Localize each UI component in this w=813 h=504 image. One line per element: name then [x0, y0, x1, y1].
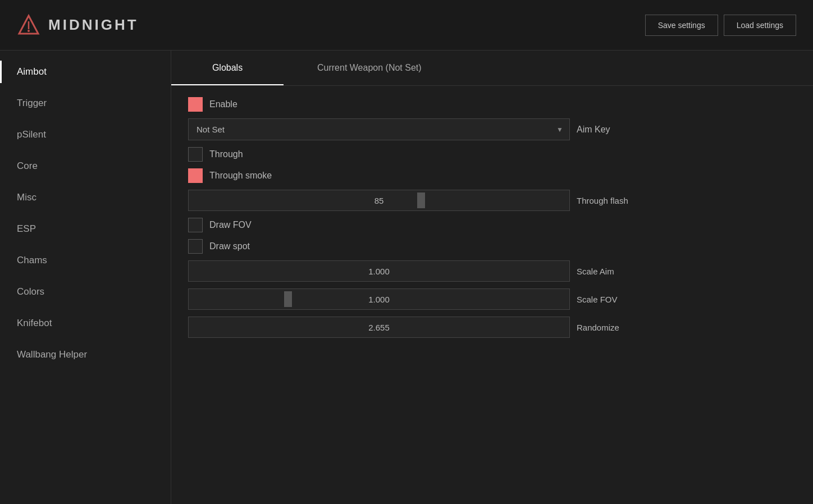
scale-aim-value: 1.000 — [368, 267, 390, 276]
randomize-label: Randomize — [577, 323, 619, 332]
randomize-value: 2.655 — [368, 323, 390, 332]
scale-fov-label: Scale FOV — [577, 295, 618, 304]
svg-point-2 — [28, 30, 30, 32]
draw-fov-checkbox[interactable] — [188, 218, 203, 232]
load-settings-button[interactable]: Load settings — [724, 15, 796, 36]
enable-label: Enable — [209, 99, 237, 109]
randomize-row: 2.655 Randomize — [188, 317, 796, 338]
through-flash-row: 85 Through flash — [188, 190, 796, 211]
sidebar-item-esp[interactable]: ESP — [0, 213, 171, 245]
through-smoke-checkbox[interactable] — [188, 168, 203, 183]
randomize-input[interactable]: 2.655 — [188, 317, 570, 338]
through-row: Through — [188, 147, 796, 162]
logo-icon — [17, 13, 40, 37]
tab-current-weapon[interactable]: Current Weapon (Not Set) — [284, 51, 455, 85]
through-smoke-label: Through smoke — [209, 171, 272, 181]
sidebar-item-chams[interactable]: Chams — [0, 245, 171, 276]
aim-key-row: Not Set Left Mouse Right Mouse Middle Mo… — [188, 118, 796, 140]
scale-aim-row: 1.000 Scale Aim — [188, 260, 796, 282]
sidebar-item-trigger[interactable]: Trigger — [0, 88, 171, 119]
draw-spot-checkbox[interactable] — [188, 239, 203, 254]
draw-spot-label: Draw spot — [209, 241, 250, 251]
sidebar-item-psilent[interactable]: pSilent — [0, 119, 171, 150]
through-checkbox[interactable] — [188, 147, 203, 162]
draw-spot-row: Draw spot — [188, 239, 796, 254]
tab-globals[interactable]: Globals — [171, 51, 284, 85]
draw-fov-row: Draw FOV — [188, 218, 796, 232]
settings-panel: Enable Not Set Left Mouse Right Mouse Mi… — [171, 86, 813, 356]
enable-row: Enable — [188, 97, 796, 112]
aim-key-select[interactable]: Not Set Left Mouse Right Mouse Middle Mo… — [188, 118, 570, 140]
sidebar-item-aimbot[interactable]: Aimbot — [0, 56, 171, 88]
through-smoke-row: Through smoke — [188, 168, 796, 183]
sidebar-item-wallbang[interactable]: Wallbang Helper — [0, 339, 171, 370]
sidebar-item-core[interactable]: Core — [0, 150, 171, 182]
content-area: Globals Current Weapon (Not Set) Enable … — [171, 51, 813, 504]
tabs-bar: Globals Current Weapon (Not Set) — [171, 51, 813, 86]
scale-fov-value: 1.000 — [368, 295, 390, 304]
scale-fov-thumb — [284, 291, 292, 307]
through-flash-value: 85 — [374, 196, 384, 205]
through-flash-thumb — [417, 193, 425, 208]
aim-key-dropdown-container: Not Set Left Mouse Right Mouse Middle Mo… — [188, 118, 570, 140]
scale-fov-input[interactable]: 1.000 — [188, 288, 570, 310]
sidebar-item-colors[interactable]: Colors — [0, 276, 171, 308]
main-layout: Aimbot Trigger pSilent Core Misc ESP Cha… — [0, 51, 813, 504]
header: MIDNIGHT Save settings Load settings — [0, 0, 813, 51]
scale-aim-label: Scale Aim — [577, 267, 614, 276]
logo: MIDNIGHT — [17, 13, 139, 37]
aim-key-label: Aim Key — [577, 125, 610, 135]
through-flash-label: Through flash — [577, 196, 628, 205]
draw-fov-label: Draw FOV — [209, 220, 252, 230]
sidebar-item-misc[interactable]: Misc — [0, 182, 171, 213]
logo-text: MIDNIGHT — [48, 16, 139, 34]
scale-aim-input[interactable]: 1.000 — [188, 260, 570, 282]
through-label: Through — [209, 149, 243, 159]
save-settings-button[interactable]: Save settings — [645, 15, 718, 36]
through-flash-slider[interactable]: 85 — [188, 190, 570, 211]
enable-checkbox[interactable] — [188, 97, 203, 112]
scale-fov-row: 1.000 Scale FOV — [188, 288, 796, 310]
sidebar-item-knifebot[interactable]: Knifebot — [0, 308, 171, 339]
header-buttons: Save settings Load settings — [645, 15, 796, 36]
sidebar: Aimbot Trigger pSilent Core Misc ESP Cha… — [0, 51, 171, 504]
